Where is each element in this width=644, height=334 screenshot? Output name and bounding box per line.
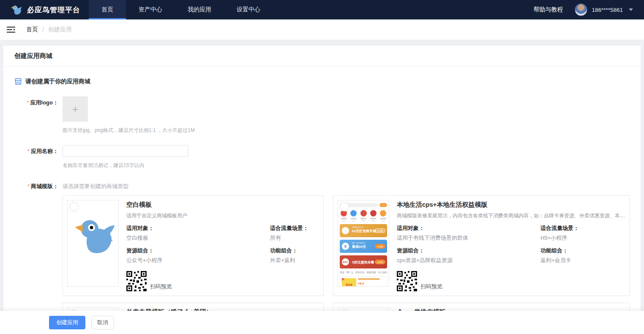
nav-tab-home[interactable]: 首页 <box>89 0 126 19</box>
form-row-logo: *应用logo： + 图片支持jpg、png格式，建议尺寸比例1:1 ，大小不超… <box>14 96 630 134</box>
required-asterisk: * <box>27 148 30 154</box>
template-field: 资源组合： 公众号+小程序 <box>126 247 270 264</box>
template-field: 资源组合： cps资源+品牌权益资源 <box>397 247 540 264</box>
avatar[interactable] <box>575 3 587 16</box>
breadcrumb: 首页 / 创建应用 <box>26 26 72 33</box>
section-header: 请创建属于你的应用商城 <box>3 67 641 85</box>
qr-code <box>126 271 147 291</box>
bird-illustration <box>70 212 117 259</box>
logo-hint: 图片支持jpg、png格式，建议尺寸比例1:1 ，大小不超过1M <box>63 127 630 134</box>
nav-tab-my-apps[interactable]: 我的应用 <box>175 0 224 19</box>
plus-icon: + <box>72 104 78 115</box>
template-card-local-life[interactable]: ◖ 美团外卖红包 66元红包每天领 去领取 e 饿了么外卖红包 最高66元 <box>333 195 630 296</box>
template-field: 适合流量场景： H5+小程序 <box>540 224 625 242</box>
qr-code <box>397 271 417 291</box>
top-navbar: 必应鸟管理平台 首页 资产中心 我的应用 设置中心 帮助与教程 186****5… <box>0 0 644 19</box>
cancel-button[interactable]: 取消 <box>91 316 114 329</box>
banner-eleme: e 饿了么外卖红包 最高66元 去领取 <box>340 240 387 253</box>
logo-label: *应用logo： <box>14 96 58 134</box>
template-desc: 商城模版装修直观简洁，内容包含各类线下消费类商城内容，如：品牌卡券资源、外卖优惠… <box>397 212 625 219</box>
help-link[interactable]: 帮助与教程 <box>533 6 563 14</box>
template-thumbnail <box>67 200 119 287</box>
content-area: 创建应用商城 请创建属于你的应用商城 *应用logo： + 图片支持j <box>0 40 644 334</box>
footer-action-bar: 创建应用 取消 <box>0 311 644 334</box>
template-field: 适合流量场景： 所有 <box>270 224 319 242</box>
brand-name: 必应鸟管理平台 <box>27 5 80 15</box>
required-asterisk: * <box>27 183 30 189</box>
navbar-right: 帮助与教程 186****5861 <box>533 0 644 19</box>
template-title: 空白模板 <box>126 201 319 209</box>
create-app-button[interactable]: 创建应用 <box>49 316 85 329</box>
bird-logo-icon <box>9 3 23 16</box>
create-app-card: 创建应用商城 请创建属于你的应用商城 *应用logo： + 图片支持j <box>3 46 641 334</box>
template-card-blank[interactable]: 空白模板 适用于自定义商城模板用户 适用对象： 空白模板 适合流量场景： <box>63 195 324 296</box>
chevron-down-icon[interactable] <box>629 8 633 11</box>
breadcrumb-home[interactable]: 首页 <box>26 26 38 33</box>
banner-kfc: KFC 5折汉堡快乐餐 去领取 <box>340 255 387 268</box>
qr-scan-label: 扫码预览 <box>150 283 172 291</box>
name-label: *应用名称： <box>14 145 58 169</box>
menu-fold-icon[interactable] <box>7 26 15 33</box>
brand[interactable]: 必应鸟管理平台 <box>0 0 89 19</box>
app-name-input[interactable] <box>63 145 188 157</box>
template-field: 适用对象： 适用于有线下消费场景的群体 <box>397 224 540 242</box>
page-header: 创建应用商城 <box>3 46 641 67</box>
nav-tab-assets[interactable]: 资产中心 <box>126 0 175 19</box>
template-field: 适用对象： 空白模板 <box>126 224 270 242</box>
breadcrumb-current: 创建应用 <box>48 26 72 33</box>
user-phone[interactable]: 186****5861 <box>592 7 623 13</box>
template-desc: 适用于自定义商城模板用户 <box>126 212 319 219</box>
section-title: 请创建属于你的应用商城 <box>25 78 90 85</box>
mini-app-coupons: 5/10 +4.2 <box>340 276 387 287</box>
logo-upload-box[interactable]: + <box>63 96 88 122</box>
nav-tabs: 首页 资产中心 我的应用 设置中心 <box>89 0 273 19</box>
template-title: 本地生活cps+本地生活权益模版 <box>397 201 625 209</box>
template-thumbnail: ◖ 美团外卖红包 66元红包每天领 去领取 e 饿了么外卖红包 最高66元 <box>338 200 389 287</box>
mini-app-preview: ◖ 美团外卖红包 66元红包每天领 去领取 e 饿了么外卖红包 最高66元 <box>338 200 389 286</box>
shop-icon <box>14 78 22 85</box>
breadcrumb-bar: 首页 / 创建应用 <box>0 19 644 40</box>
qr-scan-label: 扫码预览 <box>420 283 442 291</box>
radio-unchecked[interactable] <box>340 202 349 211</box>
template-hint: 请选择需要创建的商城类型 <box>63 180 630 190</box>
template-field: 功能组合： 外卖+返利 <box>270 247 319 264</box>
create-app-form: *应用logo： + 图片支持jpg、png格式，建议尺寸比例1:1 ，大小不超… <box>3 96 641 334</box>
required-asterisk: * <box>27 99 29 106</box>
nav-tab-settings[interactable]: 设置中心 <box>224 0 273 19</box>
radio-unchecked[interactable] <box>69 202 79 211</box>
page-title: 创建应用商城 <box>14 52 630 60</box>
mini-app-tabs: 美团饿了么美食饮品商超特惠出行福利 <box>340 271 387 274</box>
template-field: 功能组合： 返利+会员卡 <box>540 247 625 264</box>
form-row-name: *应用名称： 名称应尽量简洁易记，建议15字以内 <box>14 145 630 169</box>
breadcrumb-separator: / <box>42 26 44 33</box>
name-hint: 名称应尽量简洁易记，建议15字以内 <box>63 162 630 169</box>
banner-meituan: ◖ 美团外卖红包 66元红包每天领 去领取 <box>340 224 387 237</box>
